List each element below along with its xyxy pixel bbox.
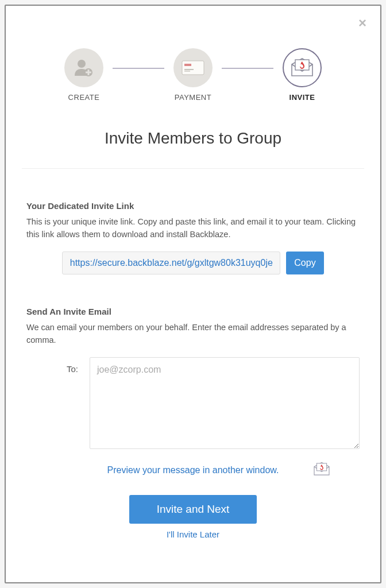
- invite-link-heading: Your Dedicated Invite Link: [26, 201, 360, 211]
- envelope-fire-small-icon: [312, 462, 331, 479]
- preview-message-link[interactable]: Preview your message in another window.: [107, 465, 279, 475]
- send-email-heading: Send An Invite Email: [26, 307, 360, 316]
- invite-next-button[interactable]: Invite and Next: [129, 495, 257, 524]
- send-email-section: Send An Invite Email We can email your m…: [26, 307, 360, 449]
- step-create-label: CREATE: [68, 93, 100, 102]
- svg-point-0: [78, 60, 86, 68]
- email-addresses-input[interactable]: [90, 357, 360, 449]
- credit-card-icon: [173, 48, 213, 87]
- step-invite: INVITE: [273, 48, 331, 102]
- invite-link-input[interactable]: [62, 252, 280, 274]
- step-connector: [113, 68, 164, 69]
- svg-rect-6: [184, 69, 194, 70]
- person-add-icon: [64, 48, 103, 87]
- close-icon[interactable]: ×: [358, 16, 366, 30]
- step-invite-label: INVITE: [290, 93, 315, 102]
- divider: [22, 168, 364, 169]
- envelope-fire-icon: [283, 48, 322, 87]
- invite-link-section: Your Dedicated Invite Link This is your …: [26, 201, 360, 274]
- svg-rect-5: [184, 64, 191, 66]
- svg-rect-7: [184, 71, 190, 72]
- step-payment: PAYMENT: [164, 48, 222, 102]
- step-connector: [222, 68, 273, 69]
- step-payment-label: PAYMENT: [175, 93, 211, 102]
- to-label: To:: [26, 357, 78, 449]
- progress-stepper: CREATE PAYMENT: [26, 48, 360, 102]
- page-title: Invite Members to Group: [26, 129, 360, 148]
- copy-button[interactable]: Copy: [286, 252, 323, 274]
- svg-rect-4: [182, 61, 204, 75]
- invite-modal: × CREATE: [5, 5, 381, 583]
- step-create: CREATE: [55, 48, 113, 102]
- svg-rect-3: [86, 72, 91, 74]
- preview-row: Preview your message in another window.: [26, 465, 360, 475]
- invite-link-desc: This is your unique invite link. Copy an…: [26, 215, 360, 241]
- action-buttons: Invite and Next I'll Invite Later: [26, 495, 360, 539]
- invite-later-link[interactable]: I'll Invite Later: [26, 529, 360, 539]
- send-email-desc: We can email your members on your behalf…: [26, 321, 360, 347]
